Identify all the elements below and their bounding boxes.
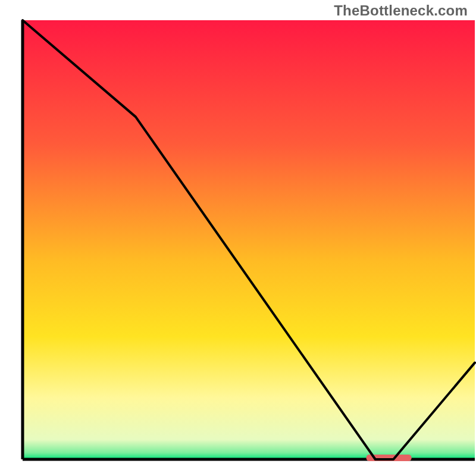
chart-container: TheBottleneck.com bbox=[0, 0, 476, 476]
attribution-label: TheBottleneck.com bbox=[334, 2, 468, 19]
plot-background bbox=[23, 20, 475, 459]
bottleneck-chart bbox=[0, 0, 476, 476]
